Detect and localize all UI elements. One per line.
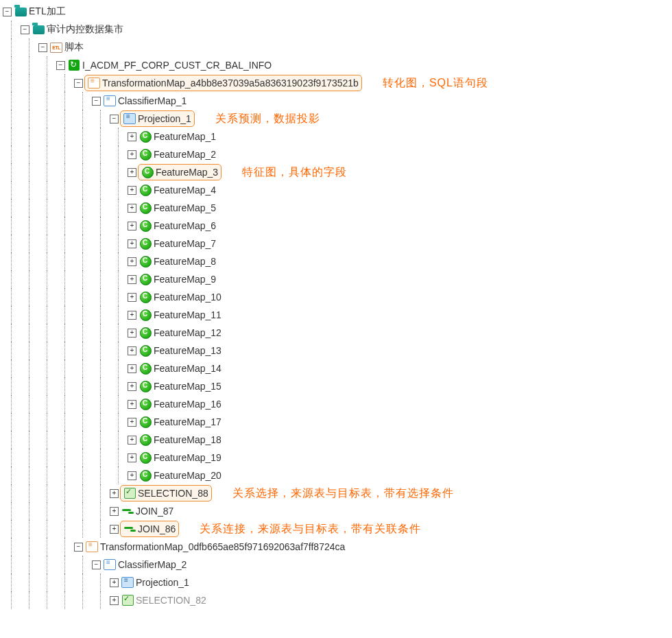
projection-icon	[121, 577, 134, 588]
annotation-tmap: 转化图，SQL语句段	[383, 76, 488, 91]
tree-row[interactable]: −TransformationMap_a4bb8e37039a5a8363190…	[3, 74, 672, 92]
tree-row[interactable]: +FeatureMap_1	[3, 128, 672, 145]
highlight-box: SELECTION_88	[120, 485, 212, 501]
toggle-datamart[interactable]: −	[21, 25, 29, 34]
highlight-box: FeatureMap_3	[138, 164, 221, 180]
node-scripts: 脚本	[64, 41, 84, 54]
highlight-box: JOIN_86	[120, 521, 179, 537]
annotation-join: 关系连接，来源表与目标表，带有关联条件	[200, 522, 421, 536]
tree-row[interactable]: +SELECTION_82	[3, 591, 672, 609]
tree-row[interactable]: +Projection_1	[3, 574, 672, 591]
projection-icon	[123, 113, 136, 124]
toggle-feature[interactable]: +	[128, 311, 136, 320]
tree-row[interactable]: +FeatureMap_4	[3, 181, 672, 199]
node-datamart: 审计内控数据集市	[47, 23, 123, 36]
tree-row[interactable]: +FeatureMap_5	[3, 199, 672, 217]
toggle-join87[interactable]: +	[110, 507, 119, 516]
toggle-feature[interactable]: +	[128, 132, 136, 141]
toggle-tmap1[interactable]: −	[74, 79, 83, 88]
refresh-icon	[68, 60, 80, 71]
toggle-feature[interactable]: +	[128, 418, 136, 427]
tree-row[interactable]: +FeatureMap_11	[3, 306, 672, 324]
tree-row[interactable]: +FeatureMap_17	[3, 413, 672, 431]
tree-row[interactable]: +FeatureMap_15	[3, 377, 672, 395]
tree-row[interactable]: +FeatureMap_8	[3, 252, 672, 270]
feature-map-icon	[139, 309, 152, 320]
toggle-feature[interactable]: +	[128, 239, 136, 248]
tree-row[interactable]: +FeatureMap_13	[3, 342, 672, 359]
node-feature: FeatureMap_7	[154, 238, 216, 249]
tree-row[interactable]: −ETL加工	[3, 3, 672, 21]
toggle-feature[interactable]: +	[128, 471, 136, 480]
toggle-feature[interactable]: +	[128, 400, 136, 409]
toggle-feature[interactable]: +	[128, 436, 136, 445]
node-feature: FeatureMap_20	[154, 470, 221, 481]
tree-row[interactable]: +FeatureMap_6	[3, 217, 672, 235]
node-selection88: SELECTION_88	[138, 488, 208, 499]
toggle-feature[interactable]: +	[128, 453, 136, 462]
feature-map-icon	[139, 220, 152, 231]
node-feature: FeatureMap_12	[154, 327, 221, 338]
toggle-cmap2[interactable]: −	[92, 560, 101, 569]
toggle-job[interactable]: −	[56, 61, 65, 70]
toggle-join86[interactable]: +	[110, 525, 119, 534]
toggle-feature[interactable]: +	[128, 364, 136, 373]
feature-map-icon	[139, 399, 152, 410]
annotation-feat: 特征图，具体的字段	[242, 165, 347, 180]
tree-row[interactable]: +FeatureMap_16	[3, 395, 672, 413]
toggle-feature[interactable]: +	[128, 150, 136, 159]
feature-map-icon	[139, 238, 152, 249]
tree-row[interactable]: +FeatureMap_2	[3, 145, 672, 163]
selection-icon	[123, 488, 136, 499]
toggle-tmap2[interactable]: −	[74, 543, 83, 552]
toggle-proj2[interactable]: +	[110, 578, 119, 587]
toggle-feature[interactable]: +	[128, 382, 136, 391]
toggle-feature[interactable]: +	[128, 275, 136, 284]
annotation-proj: 关系预测，数据投影	[215, 112, 320, 126]
tree-row[interactable]: +FeatureMap_7	[3, 235, 672, 252]
toggle-feature[interactable]: +	[128, 329, 136, 338]
feature-map-icon	[141, 167, 154, 178]
tree-row[interactable]: +SELECTION_88关系选择，来源表与目标表，带有选择条件	[3, 484, 672, 502]
tree-row[interactable]: +JOIN_86关系连接，来源表与目标表，带有关联条件	[3, 520, 672, 538]
highlight-box: TransformationMap_a4bb8e37039a5a83631902…	[84, 75, 362, 91]
toggle-scripts[interactable]: −	[38, 43, 47, 52]
toggle-selection82[interactable]: +	[110, 596, 119, 605]
tree-row[interactable]: −审计内控数据集市	[3, 21, 672, 38]
tree-row[interactable]: +FeatureMap_18	[3, 431, 672, 449]
toggle-feature[interactable]: +	[128, 222, 136, 231]
tree-row[interactable]: +FeatureMap_12	[3, 324, 672, 342]
toggle-proj1[interactable]: −	[110, 115, 119, 123]
tree-row[interactable]: +FeatureMap_9	[3, 270, 672, 288]
highlight-box: Projection_1	[120, 110, 195, 127]
node-feature: FeatureMap_17	[154, 416, 221, 427]
toggle-feature[interactable]: +	[128, 168, 136, 177]
tree-row[interactable]: −I_ACDM_PF_CORP_CUST_CR_BAL_INFO	[3, 56, 672, 74]
tree-row[interactable]: −ClassifierMap_1	[3, 92, 672, 110]
tree-row[interactable]: −Projection_1关系预测，数据投影	[3, 110, 672, 128]
tree-row[interactable]: +FeatureMap_3特征图，具体的字段	[3, 163, 672, 181]
annotation-sel: 关系选择，来源表与目标表，带有选择条件	[232, 486, 454, 501]
tree-row[interactable]: −TransformationMap_0dfb665ae85f971692063…	[3, 538, 672, 556]
toggle-cmap1[interactable]: −	[92, 97, 101, 106]
tree-row[interactable]: +FeatureMap_20	[3, 466, 672, 484]
feature-map-icon	[139, 381, 152, 392]
tree-row[interactable]: −ETL脚本	[3, 38, 672, 56]
tree-row[interactable]: −ClassifierMap_2	[3, 556, 672, 574]
classifier-map-icon	[104, 95, 116, 106]
toggle-feature[interactable]: +	[128, 186, 136, 195]
node-feature: FeatureMap_8	[154, 256, 216, 267]
tree-row[interactable]: +FeatureMap_14	[3, 359, 672, 377]
tree-row[interactable]: +FeatureMap_10	[3, 288, 672, 306]
toggle-feature[interactable]: +	[128, 257, 136, 266]
toggle-feature[interactable]: +	[128, 204, 136, 213]
tree-row[interactable]: +JOIN_87	[3, 502, 672, 520]
node-feature: FeatureMap_16	[154, 399, 221, 410]
node-join86: JOIN_86	[138, 523, 176, 534]
toggle-feature[interactable]: +	[128, 346, 136, 355]
toggle-selection88[interactable]: +	[110, 489, 119, 498]
toggle-root[interactable]: −	[3, 8, 12, 16]
tree-row[interactable]: +FeatureMap_19	[3, 449, 672, 466]
toggle-feature[interactable]: +	[128, 293, 136, 302]
tree-view: −ETL加工−审计内控数据集市−ETL脚本−I_ACDM_PF_CORP_CUS…	[3, 3, 672, 609]
